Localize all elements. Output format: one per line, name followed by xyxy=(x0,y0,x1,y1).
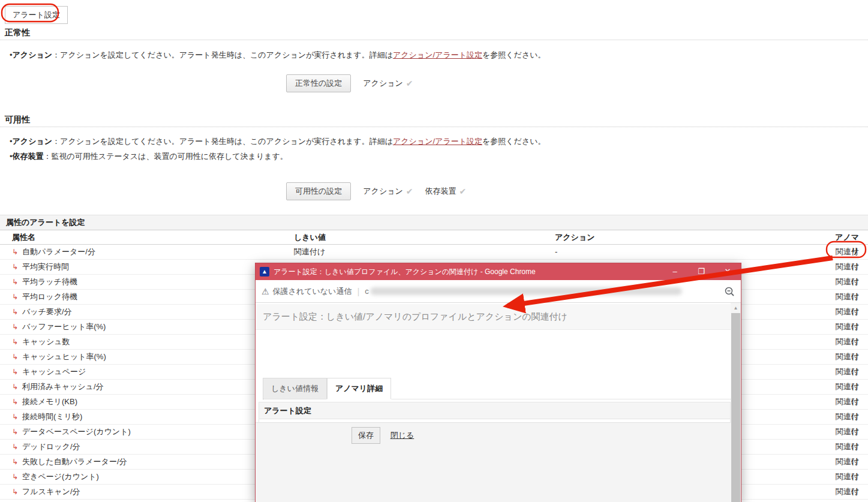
tab-anomaly-details[interactable]: アノマリ詳細 xyxy=(327,378,391,399)
sub-arrow-icon: ↳ xyxy=(12,383,18,391)
attr-action: - xyxy=(555,247,557,256)
health-config-row: 正常性の設定 アクション ✔ xyxy=(286,74,413,92)
attr-name: 空きページ(カウント) xyxy=(22,472,99,481)
attr-name: デッドロック/分 xyxy=(22,442,80,451)
action-alert-settings-link[interactable]: アクション/アラート設定 xyxy=(393,50,482,59)
availability-section-heading: 可用性 xyxy=(5,115,30,125)
popup-page-heading: アラート設定：しきい値/アノマリのプロファイルとアクションの関連付け xyxy=(256,304,731,330)
blurred-url xyxy=(370,287,682,295)
attr-name: 失敗した自動パラメーター/分 xyxy=(22,457,127,466)
popup-page-body: アラート設定：しきい値/アノマリのプロファイルとアクションの関連付け しきい値情… xyxy=(256,303,741,502)
attr-name: 接続時間(ミリ秒) xyxy=(22,412,82,421)
zoom-out-icon[interactable] xyxy=(724,286,735,297)
attr-name: バッファーヒット率(%) xyxy=(22,322,106,331)
availability-action-bullet: •アクション：アクションを設定してください。アラート発生時は、このアクションが実… xyxy=(10,136,546,147)
availability-action-badge[interactable]: アクション ✔ xyxy=(363,186,413,197)
sub-arrow-icon: ↳ xyxy=(12,263,18,271)
bullet-text: アクションを設定してください。アラート発生時は、このアクションが実行されます。詳… xyxy=(60,137,393,146)
attr-name: キャッシュページ xyxy=(22,367,86,376)
sub-arrow-icon: ↳ xyxy=(12,338,18,346)
not-secure-warning-icon: ⚠ xyxy=(262,287,269,296)
attr-name: 接続メモリ(KB) xyxy=(22,397,77,406)
maximize-button[interactable]: ❐ xyxy=(688,263,714,280)
attribute-table-title: 属性のアラートを設定 xyxy=(0,215,868,230)
health-action-bullet: •アクション：アクションを設定してください。アラート発生時は、このアクションが実… xyxy=(10,50,546,61)
chrome-popup-window: ▲ アラート設定：しきい値プロファイル、アクションの関連付け - Google … xyxy=(255,263,741,502)
attr-name: 自動パラメーター/分 xyxy=(22,247,95,256)
sub-arrow-icon: ↳ xyxy=(12,398,18,406)
bullet-label: 依存装置 xyxy=(13,152,44,161)
check-icon: ✔ xyxy=(406,187,413,196)
popup-scrollbar[interactable]: ▲ xyxy=(731,303,741,502)
tab-threshold-info[interactable]: しきい値情報 xyxy=(263,378,327,399)
sub-arrow-icon: ↳ xyxy=(12,278,18,286)
health-action-badge[interactable]: アクション ✔ xyxy=(363,78,413,89)
bullet-label: アクション xyxy=(13,50,53,59)
url-prefix: c xyxy=(365,287,369,296)
sub-arrow-icon: ↳ xyxy=(12,323,18,331)
attr-name: フルスキャン/分 xyxy=(22,487,80,496)
bullet-colon: ： xyxy=(52,137,60,146)
badge-label: アクション xyxy=(363,186,403,197)
table-row: ↳自動パラメーター/分 関連付け - 関連付け xyxy=(0,245,868,260)
health-config-button[interactable]: 正常性の設定 xyxy=(286,74,351,92)
col-action: アクション xyxy=(555,230,831,244)
sub-arrow-icon: ↳ xyxy=(12,473,18,481)
sub-arrow-icon: ↳ xyxy=(12,248,18,256)
alert-settings-page: { "page": { "title_button": "アラート設定", "s… xyxy=(0,0,868,502)
bullet-suffix: を参照ください。 xyxy=(482,137,546,146)
col-threshold: しきい値 xyxy=(294,230,555,244)
popup-address-bar[interactable]: ⚠ 保護されていない通信 | c xyxy=(256,280,741,303)
address-separator: | xyxy=(357,286,359,296)
attr-name: 利用済みキャッシュ/分 xyxy=(22,382,103,391)
availability-dependency-badge[interactable]: 依存装置 ✔ xyxy=(425,186,467,197)
form-section-title: アラート設定 xyxy=(259,402,730,419)
action-alert-settings-link[interactable]: アクション/アラート設定 xyxy=(393,137,482,146)
sub-arrow-icon: ↳ xyxy=(12,413,18,421)
appmanager-favicon-icon: ▲ xyxy=(260,267,269,276)
badge-label: アクション xyxy=(363,78,403,89)
availability-config-button[interactable]: 可用性の設定 xyxy=(286,182,351,200)
availability-dependency-bullet: •依存装置：監視の可用性ステータスは、装置の可用性に依存して決まります。 xyxy=(10,151,288,162)
close-link[interactable]: 閉じる xyxy=(391,431,415,440)
attribute-table-header: 属性名 しきい値 アクション アノマリ xyxy=(0,230,868,245)
scroll-up-arrow-icon[interactable]: ▲ xyxy=(731,303,741,312)
bullet-colon: ： xyxy=(44,152,52,161)
not-secure-label[interactable]: 保護されていない通信 xyxy=(273,286,352,297)
popup-titlebar[interactable]: ▲ アラート設定：しきい値プロファイル、アクションの関連付け - Google … xyxy=(256,263,741,280)
popup-tabs: しきい値情報 アノマリ詳細 xyxy=(263,378,731,399)
health-section-heading: 正常性 xyxy=(5,28,30,38)
availability-divider xyxy=(0,127,868,127)
bullet-colon: ： xyxy=(52,50,60,59)
badge-label: 依存装置 xyxy=(425,186,456,197)
check-icon: ✔ xyxy=(406,79,413,88)
bullet-label: アクション xyxy=(13,137,53,146)
save-button[interactable]: 保存 xyxy=(352,427,380,444)
attr-name: データベースページ(カウント) xyxy=(22,427,131,436)
alert-settings-tab-button[interactable]: アラート設定 xyxy=(5,6,68,24)
attr-threshold[interactable]: 関連付け xyxy=(294,247,325,256)
bullet-text: 監視の可用性ステータスは、装置の可用性に依存して決まります。 xyxy=(52,152,288,161)
attr-name: 平均ラッチ待機 xyxy=(22,277,77,286)
attr-name: 平均実行時間 xyxy=(22,262,69,271)
sub-arrow-icon: ↳ xyxy=(12,458,18,466)
check-icon: ✔ xyxy=(459,187,467,196)
col-anomaly: アノマリ xyxy=(831,230,868,244)
attr-name: キャッシュ数 xyxy=(22,337,70,346)
attr-name: バッチ要求/分 xyxy=(22,307,72,316)
sub-arrow-icon: ↳ xyxy=(12,488,18,496)
sub-arrow-icon: ↳ xyxy=(12,353,18,361)
col-attribute-name: 属性名 xyxy=(0,230,294,244)
attr-name: キャッシュヒット率(%) xyxy=(22,352,106,361)
popup-window-title: アラート設定：しきい値プロファイル、アクションの関連付け - Google Ch… xyxy=(274,267,662,277)
availability-config-row: 可用性の設定 アクション ✔ 依存装置 ✔ xyxy=(286,182,466,200)
sub-arrow-icon: ↳ xyxy=(12,428,18,436)
attr-name: 平均ロック待機 xyxy=(22,292,77,301)
minimize-button[interactable]: – xyxy=(662,263,688,280)
bullet-text: アクションを設定してください。アラート発生時は、このアクションが実行されます。詳… xyxy=(60,50,393,59)
sub-arrow-icon: ↳ xyxy=(12,293,18,301)
health-divider xyxy=(0,40,868,40)
scrollbar-thumb[interactable] xyxy=(731,313,740,502)
close-button[interactable]: ✕ xyxy=(714,263,741,280)
sub-arrow-icon: ↳ xyxy=(12,443,18,451)
